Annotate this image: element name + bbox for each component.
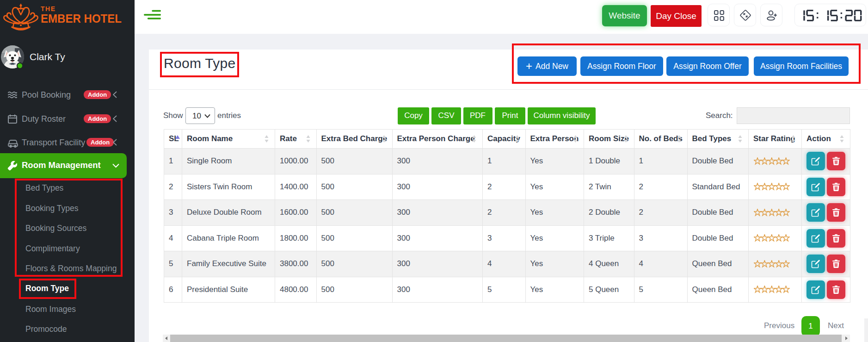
- svg-text:EMBER HOTEL: EMBER HOTEL: [41, 12, 122, 25]
- svg-text:THE: THE: [41, 5, 56, 12]
